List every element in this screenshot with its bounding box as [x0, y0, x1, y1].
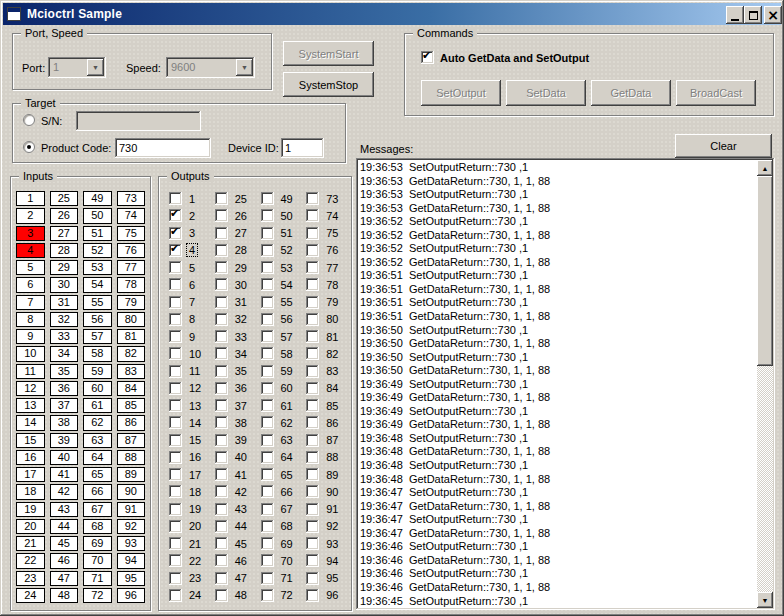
output-checkbox-50[interactable]	[261, 209, 274, 222]
output-checkbox-24[interactable]	[169, 589, 182, 602]
output-checkbox-87[interactable]	[306, 434, 319, 447]
messages-scrollbar[interactable]: ▲ ▼	[757, 160, 773, 608]
product-code-radio[interactable]	[23, 141, 35, 153]
get-data-button[interactable]: GetData	[591, 80, 671, 106]
output-checkbox-29[interactable]	[215, 261, 228, 274]
output-checkbox-32[interactable]	[215, 313, 228, 326]
scrollbar-thumb[interactable]	[757, 176, 773, 366]
output-checkbox-73[interactable]	[306, 192, 319, 205]
output-checkbox-39[interactable]	[215, 434, 228, 447]
output-checkbox-23[interactable]	[169, 572, 182, 585]
output-checkbox-78[interactable]	[306, 278, 319, 291]
system-start-button[interactable]: SystemStart	[283, 41, 374, 66]
output-checkbox-60[interactable]	[261, 382, 274, 395]
output-checkbox-30[interactable]	[215, 278, 228, 291]
output-checkbox-9[interactable]	[169, 330, 182, 343]
chevron-down-icon[interactable]: ▼	[236, 59, 253, 76]
clear-button[interactable]: Clear	[675, 134, 772, 158]
output-checkbox-6[interactable]	[169, 278, 182, 291]
output-checkbox-22[interactable]	[169, 554, 182, 567]
scroll-down-button[interactable]: ▼	[757, 592, 773, 608]
output-checkbox-47[interactable]	[215, 572, 228, 585]
output-checkbox-38[interactable]	[215, 416, 228, 429]
output-checkbox-95[interactable]	[306, 572, 319, 585]
output-checkbox-65[interactable]	[261, 468, 274, 481]
output-checkbox-41[interactable]	[215, 468, 228, 481]
output-checkbox-36[interactable]	[215, 382, 228, 395]
output-checkbox-63[interactable]	[261, 434, 274, 447]
output-checkbox-44[interactable]	[215, 520, 228, 533]
output-checkbox-91[interactable]	[306, 503, 319, 516]
output-checkbox-10[interactable]	[169, 347, 182, 360]
output-checkbox-51[interactable]	[261, 227, 274, 240]
output-checkbox-53[interactable]	[261, 261, 274, 274]
system-stop-button[interactable]: SystemStop	[283, 72, 374, 97]
broadcast-button[interactable]: BroadCast	[676, 80, 756, 106]
output-checkbox-89[interactable]	[306, 468, 319, 481]
output-checkbox-80[interactable]	[306, 313, 319, 326]
product-code-field[interactable]	[115, 138, 211, 158]
output-checkbox-19[interactable]	[169, 503, 182, 516]
output-checkbox-28[interactable]	[215, 244, 228, 257]
output-checkbox-86[interactable]	[306, 416, 319, 429]
output-checkbox-58[interactable]	[261, 347, 274, 360]
titlebar[interactable]: Mcioctrl Sample	[3, 3, 781, 25]
output-checkbox-26[interactable]	[215, 209, 228, 222]
output-checkbox-16[interactable]	[169, 451, 182, 464]
output-checkbox-31[interactable]	[215, 296, 228, 309]
output-checkbox-55[interactable]	[261, 296, 274, 309]
output-checkbox-17[interactable]	[169, 468, 182, 481]
output-checkbox-66[interactable]	[261, 485, 274, 498]
output-checkbox-8[interactable]	[169, 313, 182, 326]
output-checkbox-33[interactable]	[215, 330, 228, 343]
output-checkbox-14[interactable]	[169, 416, 182, 429]
set-output-button[interactable]: SetOutput	[421, 80, 501, 106]
auto-getdata-checkbox[interactable]: ✔	[421, 51, 434, 64]
output-checkbox-35[interactable]	[215, 365, 228, 378]
output-checkbox-45[interactable]	[215, 537, 228, 550]
output-checkbox-52[interactable]	[261, 244, 274, 257]
scroll-up-button[interactable]: ▲	[757, 160, 773, 176]
output-checkbox-90[interactable]	[306, 485, 319, 498]
output-checkbox-27[interactable]	[215, 227, 228, 240]
output-checkbox-18[interactable]	[169, 485, 182, 498]
chevron-down-icon[interactable]: ▼	[87, 59, 104, 76]
output-checkbox-64[interactable]	[261, 451, 274, 464]
output-checkbox-56[interactable]	[261, 313, 274, 326]
output-checkbox-48[interactable]	[215, 589, 228, 602]
output-checkbox-70[interactable]	[261, 554, 274, 567]
messages-list[interactable]: 19:36:53 SetOutputReturn::730 ,119:36:53…	[356, 158, 775, 610]
output-checkbox-5[interactable]	[169, 261, 182, 274]
output-checkbox-82[interactable]	[306, 347, 319, 360]
output-checkbox-88[interactable]	[306, 451, 319, 464]
output-checkbox-13[interactable]	[169, 399, 182, 412]
output-checkbox-57[interactable]	[261, 330, 274, 343]
output-checkbox-94[interactable]	[306, 554, 319, 567]
output-checkbox-62[interactable]	[261, 416, 274, 429]
output-checkbox-75[interactable]	[306, 227, 319, 240]
output-checkbox-3[interactable]: ✔	[169, 227, 182, 240]
output-checkbox-34[interactable]	[215, 347, 228, 360]
output-checkbox-61[interactable]	[261, 399, 274, 412]
output-checkbox-74[interactable]	[306, 209, 319, 222]
output-checkbox-40[interactable]	[215, 451, 228, 464]
output-checkbox-69[interactable]	[261, 537, 274, 550]
minimize-button[interactable]	[726, 6, 744, 24]
output-checkbox-21[interactable]	[169, 537, 182, 550]
output-checkbox-77[interactable]	[306, 261, 319, 274]
output-checkbox-37[interactable]	[215, 399, 228, 412]
output-checkbox-68[interactable]	[261, 520, 274, 533]
close-button[interactable]: ×	[764, 6, 782, 24]
output-checkbox-42[interactable]	[215, 485, 228, 498]
output-checkbox-4[interactable]: ✔	[169, 244, 182, 257]
output-checkbox-25[interactable]	[215, 192, 228, 205]
output-checkbox-76[interactable]	[306, 244, 319, 257]
output-checkbox-54[interactable]	[261, 278, 274, 291]
output-checkbox-15[interactable]	[169, 434, 182, 447]
output-checkbox-83[interactable]	[306, 365, 319, 378]
sn-field[interactable]	[76, 111, 201, 131]
output-checkbox-92[interactable]	[306, 520, 319, 533]
output-checkbox-12[interactable]	[169, 382, 182, 395]
output-checkbox-46[interactable]	[215, 554, 228, 567]
output-checkbox-79[interactable]	[306, 296, 319, 309]
